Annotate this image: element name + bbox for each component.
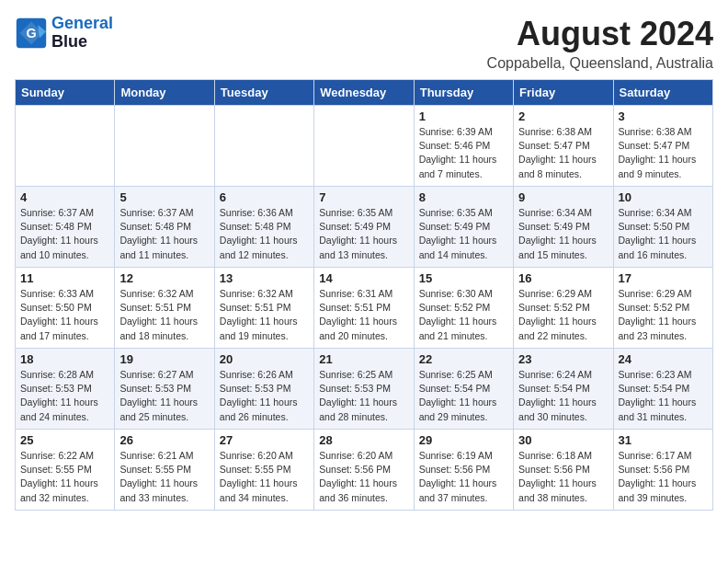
weekday-header-thursday: Thursday — [414, 80, 513, 106]
day-number: 18 — [20, 352, 109, 366]
calendar-cell — [314, 106, 414, 187]
day-number: 22 — [419, 352, 508, 366]
calendar-cell: 7Sunrise: 6:35 AM Sunset: 5:49 PM Daylig… — [314, 187, 414, 268]
day-number: 14 — [319, 271, 408, 285]
day-info: Sunrise: 6:39 AM Sunset: 5:46 PM Dayligh… — [419, 125, 508, 181]
location-title: Coppabella, Queensland, Australia — [487, 55, 713, 72]
day-info: Sunrise: 6:37 AM Sunset: 5:48 PM Dayligh… — [119, 206, 209, 262]
weekday-header-friday: Friday — [514, 80, 613, 106]
day-info: Sunrise: 6:34 AM Sunset: 5:50 PM Dayligh… — [619, 206, 708, 262]
day-number: 17 — [619, 271, 708, 285]
day-number: 20 — [220, 352, 309, 366]
day-info: Sunrise: 6:17 AM Sunset: 5:56 PM Dayligh… — [619, 449, 708, 505]
logo-line1: General — [51, 14, 113, 32]
week-row-2: 4Sunrise: 6:37 AM Sunset: 5:48 PM Daylig… — [16, 187, 713, 268]
day-number: 28 — [319, 433, 408, 447]
week-row-1: 1Sunrise: 6:39 AM Sunset: 5:46 PM Daylig… — [16, 106, 713, 187]
day-info: Sunrise: 6:38 AM Sunset: 5:47 PM Dayligh… — [518, 125, 608, 181]
day-info: Sunrise: 6:24 AM Sunset: 5:54 PM Dayligh… — [518, 368, 608, 424]
day-info: Sunrise: 6:22 AM Sunset: 5:55 PM Dayligh… — [20, 449, 109, 505]
day-info: Sunrise: 6:29 AM Sunset: 5:52 PM Dayligh… — [518, 287, 608, 343]
day-info: Sunrise: 6:20 AM Sunset: 5:56 PM Dayligh… — [319, 449, 408, 505]
calendar-cell: 15Sunrise: 6:30 AM Sunset: 5:52 PM Dayli… — [414, 268, 513, 349]
day-number: 27 — [220, 433, 309, 447]
calendar-cell: 5Sunrise: 6:37 AM Sunset: 5:48 PM Daylig… — [115, 187, 214, 268]
day-info: Sunrise: 6:19 AM Sunset: 5:56 PM Dayligh… — [419, 449, 508, 505]
calendar-cell: 13Sunrise: 6:32 AM Sunset: 5:51 PM Dayli… — [214, 268, 313, 349]
day-number: 1 — [419, 109, 508, 123]
day-info: Sunrise: 6:27 AM Sunset: 5:53 PM Dayligh… — [119, 368, 209, 424]
day-info: Sunrise: 6:25 AM Sunset: 5:54 PM Dayligh… — [419, 368, 508, 424]
calendar-cell: 27Sunrise: 6:20 AM Sunset: 5:55 PM Dayli… — [214, 430, 313, 511]
title-area: August 2024 Coppabella, Queensland, Aust… — [487, 15, 713, 72]
day-number: 24 — [619, 352, 708, 366]
week-row-4: 18Sunrise: 6:28 AM Sunset: 5:53 PM Dayli… — [16, 349, 713, 430]
day-info: Sunrise: 6:26 AM Sunset: 5:53 PM Dayligh… — [220, 368, 309, 424]
logo-line2: Blue — [51, 32, 87, 51]
day-number: 23 — [518, 352, 608, 366]
day-number: 5 — [119, 190, 209, 204]
calendar-cell: 3Sunrise: 6:38 AM Sunset: 5:47 PM Daylig… — [613, 106, 712, 187]
calendar-cell: 25Sunrise: 6:22 AM Sunset: 5:55 PM Dayli… — [16, 430, 115, 511]
day-number: 10 — [619, 190, 708, 204]
calendar-cell: 20Sunrise: 6:26 AM Sunset: 5:53 PM Dayli… — [214, 349, 313, 430]
day-number: 12 — [119, 271, 209, 285]
day-info: Sunrise: 6:36 AM Sunset: 5:48 PM Dayligh… — [220, 206, 309, 262]
calendar-cell: 22Sunrise: 6:25 AM Sunset: 5:54 PM Dayli… — [414, 349, 513, 430]
calendar-cell: 2Sunrise: 6:38 AM Sunset: 5:47 PM Daylig… — [514, 106, 613, 187]
day-number: 7 — [319, 190, 408, 204]
logo-icon: G — [15, 17, 48, 50]
calendar-cell: 16Sunrise: 6:29 AM Sunset: 5:52 PM Dayli… — [514, 268, 613, 349]
day-number: 26 — [119, 433, 209, 447]
day-info: Sunrise: 6:30 AM Sunset: 5:52 PM Dayligh… — [419, 287, 508, 343]
day-number: 16 — [518, 271, 608, 285]
day-number: 4 — [20, 190, 109, 204]
day-info: Sunrise: 6:33 AM Sunset: 5:50 PM Dayligh… — [20, 287, 109, 343]
day-number: 31 — [619, 433, 708, 447]
day-number: 21 — [319, 352, 408, 366]
day-info: Sunrise: 6:21 AM Sunset: 5:55 PM Dayligh… — [119, 449, 209, 505]
day-number: 8 — [419, 190, 508, 204]
calendar-cell: 11Sunrise: 6:33 AM Sunset: 5:50 PM Dayli… — [16, 268, 115, 349]
week-row-3: 11Sunrise: 6:33 AM Sunset: 5:50 PM Dayli… — [16, 268, 713, 349]
day-info: Sunrise: 6:35 AM Sunset: 5:49 PM Dayligh… — [319, 206, 408, 262]
calendar-cell: 14Sunrise: 6:31 AM Sunset: 5:51 PM Dayli… — [314, 268, 414, 349]
day-info: Sunrise: 6:20 AM Sunset: 5:55 PM Dayligh… — [220, 449, 309, 505]
calendar-cell: 8Sunrise: 6:35 AM Sunset: 5:49 PM Daylig… — [414, 187, 513, 268]
day-number: 30 — [518, 433, 608, 447]
header: G General Blue August 2024 Coppabella, Q… — [15, 15, 713, 72]
calendar-cell — [214, 106, 313, 187]
calendar-cell — [16, 106, 115, 187]
day-number: 3 — [619, 109, 708, 123]
weekday-header-tuesday: Tuesday — [214, 80, 313, 106]
day-info: Sunrise: 6:38 AM Sunset: 5:47 PM Dayligh… — [619, 125, 708, 181]
weekday-header-wednesday: Wednesday — [314, 80, 414, 106]
day-info: Sunrise: 6:31 AM Sunset: 5:51 PM Dayligh… — [319, 287, 408, 343]
calendar-cell: 17Sunrise: 6:29 AM Sunset: 5:52 PM Dayli… — [613, 268, 712, 349]
calendar-cell: 26Sunrise: 6:21 AM Sunset: 5:55 PM Dayli… — [115, 430, 214, 511]
calendar-cell: 23Sunrise: 6:24 AM Sunset: 5:54 PM Dayli… — [514, 349, 613, 430]
calendar-cell: 18Sunrise: 6:28 AM Sunset: 5:53 PM Dayli… — [16, 349, 115, 430]
day-info: Sunrise: 6:29 AM Sunset: 5:52 PM Dayligh… — [619, 287, 708, 343]
day-number: 2 — [518, 109, 608, 123]
day-number: 25 — [20, 433, 109, 447]
calendar-cell: 19Sunrise: 6:27 AM Sunset: 5:53 PM Dayli… — [115, 349, 214, 430]
day-number: 11 — [20, 271, 109, 285]
day-info: Sunrise: 6:34 AM Sunset: 5:49 PM Dayligh… — [518, 206, 608, 262]
day-info: Sunrise: 6:25 AM Sunset: 5:53 PM Dayligh… — [319, 368, 408, 424]
month-title: August 2024 — [487, 15, 713, 53]
calendar-cell: 28Sunrise: 6:20 AM Sunset: 5:56 PM Dayli… — [314, 430, 414, 511]
weekday-header-sunday: Sunday — [16, 80, 115, 106]
day-number: 15 — [419, 271, 508, 285]
day-number: 19 — [119, 352, 209, 366]
day-info: Sunrise: 6:23 AM Sunset: 5:54 PM Dayligh… — [619, 368, 708, 424]
weekday-header-saturday: Saturday — [613, 80, 712, 106]
day-info: Sunrise: 6:32 AM Sunset: 5:51 PM Dayligh… — [119, 287, 209, 343]
calendar-cell: 31Sunrise: 6:17 AM Sunset: 5:56 PM Dayli… — [613, 430, 712, 511]
calendar-cell: 6Sunrise: 6:36 AM Sunset: 5:48 PM Daylig… — [214, 187, 313, 268]
calendar-table: SundayMondayTuesdayWednesdayThursdayFrid… — [15, 79, 713, 511]
logo-text: General Blue — [51, 15, 113, 52]
svg-text:G: G — [26, 26, 36, 40]
calendar-cell: 29Sunrise: 6:19 AM Sunset: 5:56 PM Dayli… — [414, 430, 513, 511]
calendar-cell: 9Sunrise: 6:34 AM Sunset: 5:49 PM Daylig… — [514, 187, 613, 268]
